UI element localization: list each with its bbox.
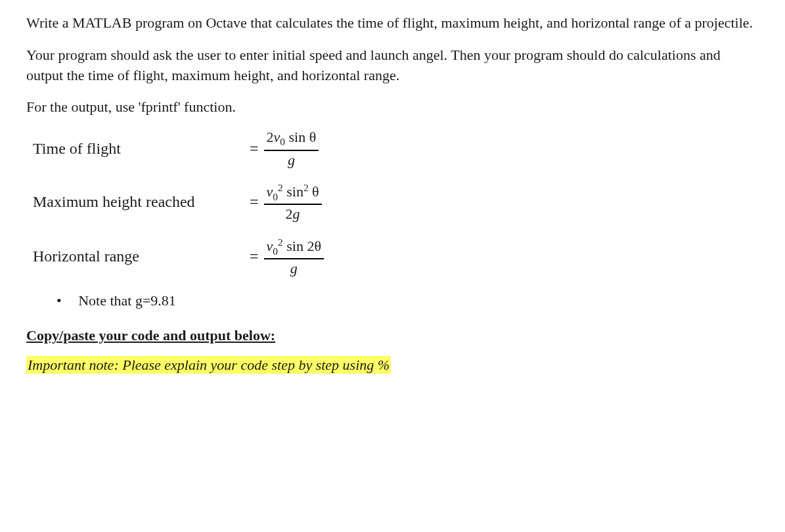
copy-paste-heading: Copy/paste your code and output below: <box>26 326 759 346</box>
paragraph-intro-3: For the output, use 'fprintf' function. <box>26 97 759 118</box>
formula-max-height: Maximum height reached = v02 sin2 θ 2g <box>33 183 759 223</box>
formula-label: Horizontal range <box>33 246 250 268</box>
formula-equation: = v02 sin 2θ g <box>250 237 324 277</box>
formula-equation: = v02 sin2 θ 2g <box>250 183 322 223</box>
highlighted-text: Important note: Please explain your code… <box>26 356 391 374</box>
note-text: Note that g=9.81 <box>78 292 176 309</box>
formula-block: Time of flight = 2v0 sin θ g Maximum hei… <box>33 129 759 277</box>
bullet-icon: • <box>56 292 62 309</box>
formula-time-of-flight: Time of flight = 2v0 sin θ g <box>33 129 759 168</box>
paragraph-intro-1: Write a MATLAB program on Octave that ca… <box>26 13 759 33</box>
note-gravity: • Note that g=9.81 <box>56 291 759 311</box>
formula-label: Maximum height reached <box>33 191 250 213</box>
important-note: Important note: Please explain your code… <box>26 355 759 376</box>
formula-horizontal-range: Horizontal range = v02 sin 2θ g <box>33 237 759 277</box>
formula-label: Time of flight <box>33 138 250 160</box>
formula-equation: = 2v0 sin θ g <box>250 129 319 168</box>
paragraph-intro-2: Your program should ask the user to ente… <box>26 45 759 86</box>
